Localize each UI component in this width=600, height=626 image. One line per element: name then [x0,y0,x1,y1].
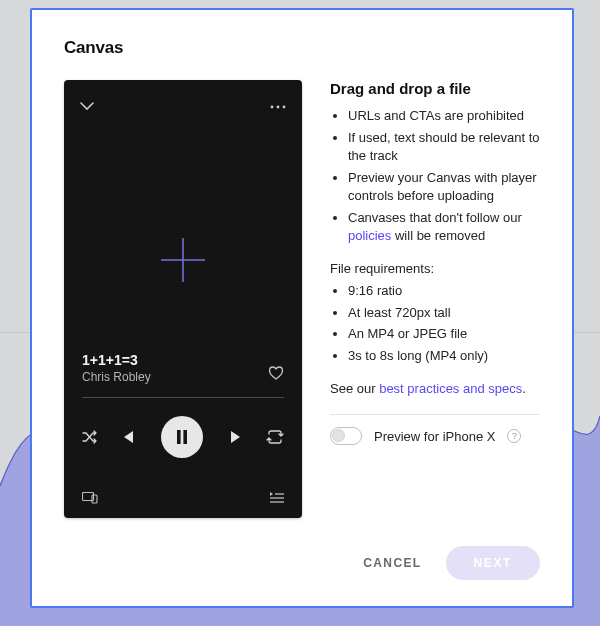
guidelines-list: URLs and CTAs are prohibited If used, te… [330,107,540,245]
best-practices-link[interactable]: best practices and specs [379,381,522,396]
iphone-x-preview-toggle[interactable] [330,427,362,445]
svg-rect-5 [177,430,181,444]
requirement-item: An MP4 or JPEG file [348,325,540,343]
see-prefix: See our [330,381,379,396]
repeat-icon[interactable] [266,430,284,444]
guideline-text: Canvases that don't follow our [348,210,522,225]
guideline-tail: will be removed [391,228,485,243]
canvas-phone-preview: 1+1+1=3 Chris Robley [64,80,302,518]
more-options-icon[interactable] [270,105,286,109]
guideline-item: URLs and CTAs are prohibited [348,107,540,125]
next-track-icon[interactable] [229,429,245,445]
guideline-item: Preview your Canvas with player controls… [348,169,540,205]
svg-rect-8 [92,495,97,503]
devices-icon[interactable] [82,492,98,504]
divider [330,414,540,415]
see-text: See our best practices and specs. [330,381,540,396]
policies-link[interactable]: policies [348,228,391,243]
track-artist: Chris Robley [82,370,284,384]
svg-point-1 [277,106,280,109]
svg-rect-6 [183,430,187,444]
svg-point-2 [283,106,286,109]
toggle-label: Preview for iPhone X [374,429,495,444]
requirement-item: 3s to 8s long (MP4 only) [348,347,540,365]
heart-icon[interactable] [268,366,284,380]
previous-track-icon[interactable] [119,429,135,445]
requirements-heading: File requirements: [330,261,540,276]
queue-icon[interactable] [270,492,284,504]
progress-bar[interactable] [82,397,284,398]
cancel-button[interactable]: CANCEL [357,555,427,571]
chevron-down-icon[interactable] [80,102,94,112]
track-title: 1+1+1=3 [82,352,284,368]
help-icon[interactable]: ? [507,429,521,443]
guideline-item: Canvases that don't follow our policies … [348,209,540,245]
add-canvas-plus-icon[interactable] [64,234,302,286]
see-suffix: . [522,381,526,396]
requirement-item: At least 720px tall [348,304,540,322]
play-pause-button[interactable] [161,416,203,458]
svg-point-0 [271,106,274,109]
shuffle-icon[interactable] [82,430,98,444]
requirements-list: 9:16 ratio At least 720px tall An MP4 or… [330,282,540,366]
requirement-item: 9:16 ratio [348,282,540,300]
next-button[interactable]: NEXT [446,546,540,580]
canvas-upload-modal: Canvas [30,8,574,608]
modal-title: Canvas [64,38,540,58]
right-heading: Drag and drop a file [330,80,540,97]
guideline-item: If used, text should be relevant to the … [348,129,540,165]
